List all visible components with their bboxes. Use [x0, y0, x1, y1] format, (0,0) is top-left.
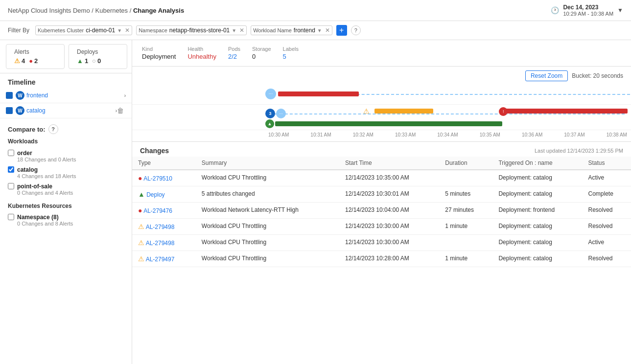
- workload-order: order 18 Changes and 0 Alerts: [8, 148, 124, 164]
- resource-namespace-checkbox[interactable]: [8, 214, 14, 220]
- deploys-neutral-badge: ○ 0: [92, 57, 101, 65]
- cell-type-4: ⚠ AL-279498: [132, 235, 196, 251]
- changes-header: Changes Last updated 12/14/2023 1:29:55 …: [132, 142, 631, 157]
- cell-type-link-2[interactable]: AL-279476: [143, 207, 172, 214]
- breadcrumb-active: Change Analysis: [133, 7, 184, 14]
- cell-start-3: 12/14/2023 10:30:00 AM: [339, 219, 439, 235]
- cell-type-1: ▲ Deploy: [132, 186, 196, 203]
- changes-title: Changes: [140, 147, 169, 155]
- cluster-filter-value: ci-demo-01: [86, 27, 115, 34]
- time-label-5: 10:35 AM: [480, 132, 500, 137]
- workload-pos-checkbox[interactable]: [8, 183, 14, 189]
- header: NetApp Cloud Insights Demo / Kubernetes …: [0, 0, 631, 21]
- col-summary: Summary: [196, 157, 339, 170]
- breadcrumb: NetApp Cloud Insights Demo / Kubernetes …: [8, 7, 184, 14]
- right-main: Kind Deployment Health Unhealthy Pods 2/…: [132, 40, 631, 364]
- stat-storage-label: Storage: [252, 46, 271, 52]
- bucket-info: Bucket: 20 seconds: [572, 72, 623, 79]
- namespace-remove-btn[interactable]: ✕: [239, 27, 244, 34]
- tl-catalog-row: 3 ··· ⚠ ▲ !: [132, 105, 631, 130]
- breadcrumb-item-2[interactable]: Kubernetes: [95, 7, 128, 14]
- cell-type-link-5[interactable]: AL-279497: [146, 256, 175, 263]
- catalog-dashed-line: [265, 114, 625, 114]
- frontend-red-bar: [278, 91, 359, 96]
- cell-duration-3: 1 minute: [439, 219, 492, 235]
- col-start-time: Start Time: [339, 157, 439, 170]
- tl-frontend-row: ···: [132, 83, 631, 105]
- cluster-remove-btn[interactable]: ✕: [125, 27, 130, 34]
- cluster-dropdown-btn[interactable]: ▼: [117, 28, 122, 33]
- compare-section: Compare to: ? Workloads order 18 Changes…: [0, 118, 132, 234]
- app-wrapper: NetApp Cloud Insights Demo / Kubernetes …: [0, 0, 631, 364]
- timeline-row-catalog[interactable]: W catalog › 🗑: [0, 103, 132, 118]
- stats-row: Kind Deployment Health Unhealthy Pods 2/…: [132, 40, 631, 67]
- error-icon: ●: [29, 57, 33, 65]
- time-axis: 10:30 AM 10:31 AM 10:32 AM 10:33 AM 10:3…: [264, 130, 631, 137]
- stat-kind-value: Deployment: [142, 53, 176, 60]
- compare-title-text: Compare to:: [8, 126, 46, 133]
- stat-pods-value[interactable]: 2/2: [228, 53, 240, 60]
- table-row: ⚠ AL-279498 Workload CPU Throttling 12/1…: [132, 235, 631, 251]
- workload-order-checkbox[interactable]: [8, 150, 14, 156]
- cluster-filter-label: Kubernetes Cluster: [38, 27, 84, 33]
- col-duration: Duration: [439, 157, 492, 170]
- time-label-8: 10:38 AM: [607, 132, 627, 137]
- alerts-error-count: 2: [34, 57, 38, 65]
- table-row: ● AL-279476 Workload Network Latency-RTT…: [132, 203, 631, 219]
- cell-status-1: Complete: [583, 186, 631, 203]
- time-label-4: 10:34 AM: [437, 132, 458, 137]
- summary-cards-section: Alerts ⚠ 4 ● 2 Deploys: [0, 40, 132, 73]
- left-sidebar: Alerts ⚠ 4 ● 2 Deploys: [0, 40, 132, 364]
- error-row-icon: ●: [138, 174, 142, 182]
- breadcrumb-sep-1: /: [92, 7, 95, 14]
- add-filter-button[interactable]: +: [336, 25, 347, 36]
- cell-type-link-1[interactable]: Deploy: [146, 191, 164, 198]
- alerts-error-badge: ● 2: [29, 57, 38, 65]
- warning-row-icon: ⚠: [138, 239, 144, 247]
- cell-summary-3: Workload CPU Throttling: [196, 219, 339, 235]
- deploy-row-icon: ▲: [138, 190, 145, 198]
- namespace-dropdown-btn[interactable]: ▼: [232, 28, 236, 33]
- catalog-green-bar: [275, 121, 502, 126]
- catalog-w-badge: W: [16, 106, 24, 115]
- last-updated: Last updated 12/14/2023 1:29:55 PM: [535, 148, 623, 154]
- cell-type-link-4[interactable]: AL-279498: [146, 240, 175, 247]
- filter-help-button[interactable]: ?: [351, 25, 361, 35]
- frontend-badge: ···: [265, 89, 276, 99]
- header-dropdown-icon[interactable]: ▼: [617, 7, 623, 14]
- stat-health-label: Health: [187, 46, 216, 52]
- stat-labels: Labels 5: [283, 46, 299, 60]
- deploys-success-badge: ▲ 1: [77, 57, 88, 65]
- catalog-green-badge: ▲: [265, 119, 274, 128]
- catalog-row-name[interactable]: catalog: [26, 107, 116, 114]
- tl-catalog-chart: 3 ··· ⚠ ▲ !: [264, 105, 631, 130]
- deploys-success-count: 1: [85, 57, 88, 65]
- stat-storage: Storage 0: [252, 46, 271, 60]
- cell-type-link-3[interactable]: AL-279498: [146, 224, 175, 230]
- cell-type-link-0[interactable]: AL-279510: [143, 175, 172, 182]
- filter-by-label: Filter By: [8, 27, 29, 34]
- breadcrumb-sep-2: /: [130, 7, 133, 14]
- breadcrumb-item-1[interactable]: NetApp Cloud Insights Demo: [8, 7, 90, 14]
- timeline-visual-area: Reset Zoom Bucket: 20 seconds ···: [132, 67, 631, 142]
- cell-status-5: Resolved: [583, 251, 631, 267]
- warning-icon: ⚠: [14, 57, 20, 65]
- stat-labels-value[interactable]: 5: [283, 53, 299, 60]
- cell-status-2: Resolved: [583, 203, 631, 219]
- workload-remove-btn[interactable]: ✕: [325, 27, 330, 34]
- alerts-card-title: Alerts: [14, 48, 56, 55]
- workload-dropdown-btn[interactable]: ▼: [317, 28, 322, 33]
- stat-health: Health Unhealthy: [187, 46, 216, 60]
- catalog-delete-btn[interactable]: 🗑: [117, 107, 124, 114]
- col-status: Status: [583, 157, 631, 170]
- timeline-row-frontend[interactable]: W frontend ›: [0, 88, 132, 103]
- alerts-warning-badge: ⚠ 4: [14, 57, 25, 65]
- workload-filter-value: frontend: [294, 27, 315, 34]
- cell-type-0: ● AL-279510: [132, 170, 196, 186]
- workload-catalog-checkbox[interactable]: [8, 166, 14, 173]
- cell-start-1: 12/14/2023 10:30:01 AM: [339, 186, 439, 203]
- reset-zoom-button[interactable]: Reset Zoom: [525, 70, 568, 81]
- frontend-row-name[interactable]: frontend: [26, 92, 124, 99]
- compare-help-button[interactable]: ?: [48, 124, 58, 134]
- changes-section: Changes Last updated 12/14/2023 1:29:55 …: [132, 142, 631, 364]
